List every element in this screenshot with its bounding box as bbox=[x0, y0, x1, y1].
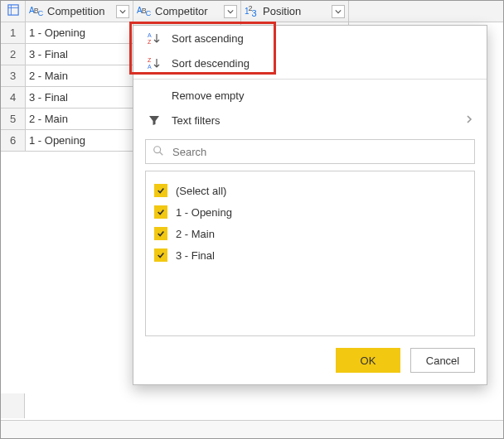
svg-text:A: A bbox=[148, 32, 152, 38]
cell-competition[interactable]: 1 - Opening bbox=[26, 130, 133, 152]
filter-value-label: 3 - Final bbox=[176, 249, 215, 262]
row-header[interactable]: 1 bbox=[1, 22, 26, 44]
button-label: OK bbox=[361, 355, 376, 367]
cell-competition[interactable]: 2 - Main bbox=[26, 65, 133, 87]
filter-value-item[interactable]: 1 - Opening bbox=[154, 201, 466, 223]
filter-icon bbox=[147, 114, 162, 126]
type-number-icon: 123 bbox=[245, 4, 259, 18]
menu-label: Sort descending bbox=[172, 57, 250, 70]
filter-value-select-all[interactable]: (Select all) bbox=[154, 180, 466, 201]
column-header-competitor[interactable]: ABC Competitor bbox=[133, 1, 241, 22]
sort-ascending-item[interactable]: AZ Sort ascending bbox=[133, 26, 487, 51]
cell-competition[interactable]: 2 - Main bbox=[26, 109, 133, 130]
row-header[interactable]: 4 bbox=[1, 87, 26, 109]
filter-value-label: (Select all) bbox=[176, 185, 226, 197]
menu-separator bbox=[133, 79, 487, 80]
sort-asc-icon: AZ bbox=[147, 31, 162, 45]
svg-text:Z: Z bbox=[148, 57, 152, 63]
filter-value-item[interactable]: 3 - Final bbox=[154, 244, 466, 266]
chevron-right-icon bbox=[465, 114, 473, 127]
text-filters-item[interactable]: Text filters bbox=[133, 108, 487, 133]
menu-label: Sort ascending bbox=[172, 32, 244, 45]
row-header[interactable]: 3 bbox=[1, 65, 26, 87]
checkbox-checked-icon bbox=[154, 227, 167, 240]
cell-competition[interactable]: 3 - Final bbox=[26, 87, 133, 109]
select-all-corner[interactable] bbox=[1, 1, 26, 22]
dialog-buttons: OK Cancel bbox=[133, 336, 487, 373]
svg-text:A: A bbox=[148, 64, 152, 70]
svg-rect-0 bbox=[7, 5, 17, 15]
filter-value-item[interactable]: 2 - Main bbox=[154, 223, 466, 244]
svg-text:Z: Z bbox=[148, 39, 152, 45]
checkbox-checked-icon bbox=[154, 184, 167, 197]
menu-label: Text filters bbox=[172, 114, 220, 127]
cell-competition[interactable]: 1 - Opening bbox=[26, 22, 133, 44]
ok-button[interactable]: OK bbox=[336, 348, 400, 373]
menu-label: Remove empty bbox=[172, 89, 244, 102]
row-header[interactable]: 2 bbox=[1, 44, 26, 65]
column-filter-menu: AZ Sort ascending ZA Sort descending Rem… bbox=[133, 25, 487, 385]
button-label: Cancel bbox=[426, 355, 459, 367]
filter-values-list: (Select all) 1 - Opening 2 - Main 3 - Fi… bbox=[145, 171, 475, 336]
checkbox-checked-icon bbox=[154, 248, 167, 262]
column-label: Competition bbox=[47, 5, 104, 17]
remove-empty-item[interactable]: Remove empty bbox=[133, 83, 487, 108]
column-label: Competitor bbox=[155, 5, 208, 17]
svg-point-7 bbox=[154, 146, 161, 152]
filter-value-label: 2 - Main bbox=[176, 228, 215, 240]
row-header[interactable]: 6 bbox=[1, 130, 26, 152]
search-input[interactable] bbox=[171, 145, 468, 159]
type-text-icon: ABC bbox=[137, 6, 152, 17]
status-bar bbox=[1, 420, 503, 438]
svg-line-8 bbox=[160, 152, 163, 155]
row-header[interactable]: 5 bbox=[1, 109, 26, 130]
filter-value-label: 1 - Opening bbox=[176, 206, 232, 219]
sort-descending-item[interactable]: ZA Sort descending bbox=[133, 51, 487, 75]
search-icon bbox=[153, 145, 164, 159]
type-text-icon: ABC bbox=[29, 6, 44, 17]
table-icon bbox=[7, 4, 19, 18]
column-filter-button[interactable] bbox=[332, 5, 345, 18]
cancel-button[interactable]: Cancel bbox=[410, 348, 475, 373]
column-filter-button[interactable] bbox=[224, 5, 237, 18]
column-header-competition[interactable]: ABC Competition bbox=[26, 1, 133, 22]
cell-competition[interactable]: 3 - Final bbox=[26, 44, 133, 65]
column-label: Position bbox=[263, 5, 301, 17]
column-filter-button[interactable] bbox=[116, 5, 129, 18]
column-header-position[interactable]: 123 Position bbox=[241, 1, 349, 22]
checkbox-checked-icon bbox=[154, 205, 167, 219]
filter-search-box[interactable] bbox=[145, 139, 475, 164]
sort-desc-icon: ZA bbox=[147, 56, 162, 70]
